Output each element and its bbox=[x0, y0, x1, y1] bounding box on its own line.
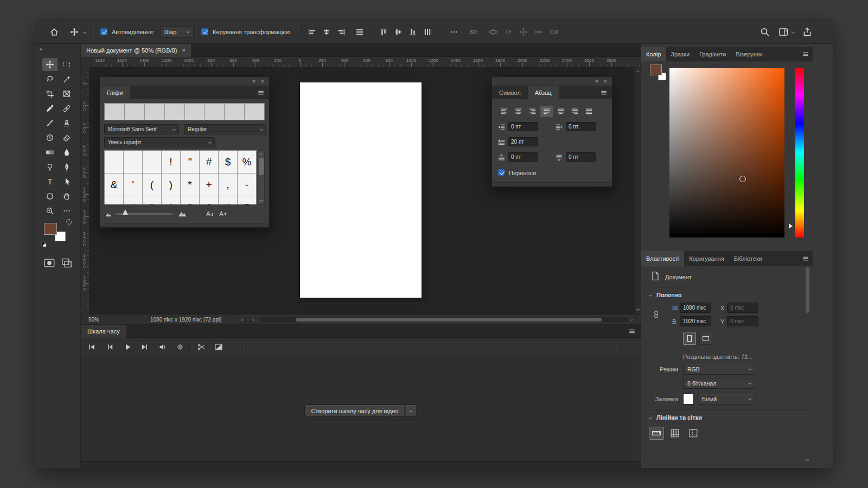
eyedropper-tool[interactable] bbox=[42, 102, 58, 115]
align-paragraph-right-button[interactable] bbox=[526, 106, 539, 117]
rulers-section-chevron-icon[interactable] bbox=[648, 415, 653, 421]
glyph-cell[interactable]: 1 bbox=[162, 196, 180, 204]
tab-paragraph[interactable]: Абзац bbox=[528, 86, 559, 99]
create-timeline-button[interactable]: Створити шкалу часу для відео bbox=[305, 404, 405, 417]
canvas-section-title[interactable]: Полотно bbox=[656, 292, 681, 298]
hue-slider-marker[interactable] bbox=[789, 223, 793, 229]
foreground-swatch[interactable] bbox=[44, 223, 57, 235]
glyph-cell[interactable]: ! bbox=[162, 151, 180, 173]
align-left-edges-icon[interactable] bbox=[308, 28, 316, 36]
eraser-tool[interactable] bbox=[59, 131, 74, 144]
glyphs-panel-header[interactable]: « × bbox=[100, 77, 269, 86]
brush-tool[interactable] bbox=[42, 117, 58, 130]
color-panel-menu-icon[interactable] bbox=[802, 50, 809, 58]
zoom-large-icon[interactable] bbox=[178, 209, 187, 218]
tab-adjustments[interactable]: Коригування bbox=[684, 251, 729, 266]
timeline-settings-icon[interactable] bbox=[176, 343, 184, 351]
move-tool[interactable] bbox=[42, 58, 58, 71]
workspace-switcher-icon[interactable] bbox=[778, 27, 788, 37]
y-field[interactable]: 0 пікс bbox=[727, 316, 758, 326]
glyphs-scroll-down-icon[interactable] bbox=[258, 198, 264, 203]
threed-slide-icon[interactable] bbox=[534, 28, 543, 36]
toggle-grid-button[interactable] bbox=[667, 427, 682, 440]
scroll-down-icon[interactable] bbox=[635, 307, 641, 312]
edit-toolbar-tool[interactable] bbox=[59, 204, 74, 217]
threed-pan-icon[interactable] bbox=[519, 28, 528, 36]
saturation-brightness-picker[interactable] bbox=[669, 68, 784, 237]
orientation-landscape-button[interactable] bbox=[699, 332, 712, 345]
glyph-cell[interactable]: 0 bbox=[143, 196, 161, 204]
previous-frame-icon[interactable] bbox=[105, 343, 114, 351]
lasso-tool[interactable] bbox=[42, 73, 58, 86]
glyph-cell[interactable]: ( bbox=[143, 174, 161, 196]
fill-dropdown[interactable]: Білий bbox=[698, 394, 755, 404]
close-document-icon[interactable]: × bbox=[182, 47, 186, 54]
canvas-document[interactable] bbox=[300, 82, 422, 298]
create-timeline-dropdown[interactable] bbox=[405, 404, 417, 417]
scroll-up-icon[interactable] bbox=[635, 69, 641, 74]
glyph-cell[interactable] bbox=[105, 151, 123, 173]
threed-roll-icon[interactable] bbox=[504, 28, 513, 36]
zoom-level[interactable]: 50% bbox=[88, 317, 99, 323]
tab-color[interactable]: Колір bbox=[641, 47, 666, 61]
width-field[interactable]: 1080 пікс bbox=[680, 303, 711, 313]
mode-dropdown[interactable]: RGB bbox=[683, 364, 755, 375]
color-picker-marker[interactable] bbox=[739, 176, 746, 182]
properties-scroll-down-icon[interactable] bbox=[805, 457, 810, 463]
hyphenate-checkbox[interactable] bbox=[498, 169, 505, 176]
current-tool-move-icon[interactable] bbox=[70, 28, 79, 36]
paragraph-panel-header[interactable]: « × bbox=[492, 77, 612, 86]
justify-last-right-button[interactable] bbox=[568, 106, 581, 117]
play-icon[interactable] bbox=[123, 343, 132, 351]
spot-healing-tool[interactable] bbox=[59, 102, 74, 115]
glyph-cell[interactable]: # bbox=[200, 151, 218, 173]
toggle-rulers-button[interactable] bbox=[649, 427, 664, 440]
glyph-cell[interactable]: 3 bbox=[200, 196, 218, 204]
frame-tool[interactable] bbox=[59, 87, 74, 100]
rectangular-marquee-tool[interactable] bbox=[59, 58, 74, 71]
close-panel-icon[interactable]: × bbox=[261, 78, 264, 85]
x-field[interactable]: 0 пікс bbox=[727, 303, 758, 313]
font-family-dropdown[interactable]: Microsoft Sans Serif bbox=[104, 124, 179, 134]
glyph-cell[interactable]: , bbox=[219, 174, 237, 196]
status-prev-icon[interactable]: ‹ bbox=[252, 316, 254, 323]
type-tool[interactable]: T bbox=[42, 175, 58, 188]
tab-patterns[interactable]: Візерунки bbox=[731, 47, 767, 61]
horizontal-ruler[interactable]: 1800160014001200100080060040020002004006… bbox=[90, 57, 641, 67]
timeline-menu-icon[interactable] bbox=[628, 328, 636, 335]
glyph-cell[interactable]: " bbox=[181, 151, 199, 173]
align-horizontal-centers-icon[interactable] bbox=[322, 28, 331, 36]
glyph-cell[interactable]: & bbox=[105, 174, 123, 196]
justify-last-left-button[interactable] bbox=[540, 106, 553, 117]
glyph-cell[interactable]: / bbox=[124, 196, 142, 204]
space-before-field[interactable]: 0 пт bbox=[508, 152, 538, 162]
glyph-size-increase-icon[interactable]: А bbox=[218, 209, 227, 218]
glyph-cell[interactable] bbox=[143, 151, 161, 173]
glyphs-scroll-up-icon[interactable] bbox=[258, 151, 264, 157]
glyph-size-slider-thumb[interactable] bbox=[123, 209, 128, 215]
threed-camera-icon[interactable] bbox=[550, 28, 558, 36]
path-selection-tool[interactable] bbox=[59, 175, 74, 188]
justify-all-button[interactable] bbox=[582, 106, 595, 117]
clone-stamp-tool[interactable] bbox=[59, 117, 74, 130]
properties-scroll-thumb[interactable] bbox=[806, 267, 809, 313]
crop-tool[interactable] bbox=[42, 87, 58, 100]
swap-colors-icon[interactable] bbox=[66, 219, 72, 225]
fill-color-swatch[interactable] bbox=[683, 394, 694, 404]
horizontal-scroll-thumb[interactable] bbox=[296, 318, 602, 322]
align-vertical-centers-icon[interactable] bbox=[394, 28, 403, 36]
toggle-guides-button[interactable] bbox=[686, 427, 701, 440]
tab-timeline[interactable]: Шкала часу bbox=[81, 325, 126, 338]
pen-tool[interactable] bbox=[59, 160, 74, 174]
tab-libraries[interactable]: Бібліотеки bbox=[729, 251, 767, 266]
orientation-portrait-button[interactable] bbox=[683, 332, 696, 345]
zoom-tool[interactable] bbox=[42, 204, 58, 217]
vertical-scrollbar[interactable] bbox=[634, 67, 641, 314]
tab-gradients[interactable]: Градієнти bbox=[694, 47, 731, 61]
close-panel-icon[interactable]: × bbox=[604, 78, 607, 85]
vertical-ruler[interactable]: 020040060080010001200140016001800 bbox=[81, 67, 90, 314]
collapse-panel-icon[interactable]: « bbox=[252, 78, 255, 84]
history-brush-tool[interactable] bbox=[42, 131, 58, 144]
glyph-cell[interactable]: ' bbox=[124, 174, 142, 196]
glyph-cell[interactable]: . bbox=[105, 196, 123, 204]
